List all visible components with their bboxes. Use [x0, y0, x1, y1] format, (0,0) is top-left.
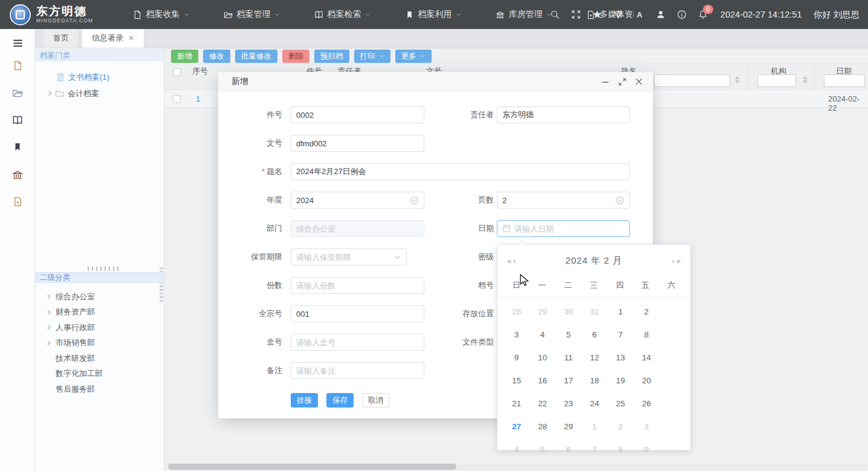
- calendar-day[interactable]: 29: [555, 415, 581, 438]
- select-all-checkbox[interactable]: [173, 68, 181, 76]
- rail-folder-icon[interactable]: [0, 88, 35, 99]
- calendar-day[interactable]: 4: [504, 438, 530, 461]
- calendar-day[interactable]: 28: [530, 415, 555, 438]
- toolbar-button-1[interactable]: 修改: [203, 50, 230, 63]
- chevron-right-icon[interactable]: [44, 324, 53, 331]
- org-filter-input[interactable]: [757, 74, 796, 87]
- toolbar-button-0[interactable]: 新增: [171, 50, 198, 63]
- calendar-day[interactable]: 8: [633, 323, 659, 346]
- calendar-day[interactable]: 19: [607, 369, 633, 392]
- font-icon[interactable]: A: [635, 10, 644, 19]
- date-input[interactable]: [514, 224, 624, 233]
- calendar-day[interactable]: 2: [633, 300, 659, 323]
- info-icon[interactable]: [677, 10, 687, 19]
- calendar-day[interactable]: 3: [633, 415, 659, 438]
- rail-bank-icon[interactable]: [0, 169, 35, 180]
- calendar-day[interactable]: 17: [555, 369, 581, 392]
- tab-close-icon[interactable]: ✕: [128, 34, 134, 42]
- fullscreen-icon[interactable]: [571, 10, 581, 19]
- calendar-day[interactable]: 5: [530, 438, 555, 461]
- save-button[interactable]: 保存: [326, 393, 354, 408]
- category-item-3[interactable]: 市场销售部: [35, 336, 164, 351]
- row-checkbox[interactable]: [173, 95, 181, 103]
- calendar-day[interactable]: 24: [581, 392, 607, 415]
- category-item-0[interactable]: 综合办公室: [35, 289, 164, 305]
- author-input[interactable]: [502, 111, 624, 120]
- tab-info-entry[interactable]: 信息著录 ✕: [82, 28, 144, 48]
- horizontal-scrollbar[interactable]: [168, 463, 866, 470]
- user-icon[interactable]: [656, 10, 666, 19]
- toolbar-button-5[interactable]: 打印: [354, 50, 390, 63]
- calendar-day[interactable]: 1: [581, 415, 607, 438]
- calendar-day[interactable]: 8: [607, 438, 633, 461]
- calendar-day[interactable]: 23: [555, 392, 581, 415]
- category-item-4[interactable]: 技术研发部: [35, 351, 164, 366]
- calendar-day[interactable]: 31: [581, 300, 607, 323]
- panel-resize-handle[interactable]: [88, 267, 121, 271]
- title-sort-icon[interactable]: [735, 76, 740, 83]
- calendar-day[interactable]: 7: [607, 323, 633, 346]
- gem-icon[interactable]: [614, 10, 623, 19]
- calendar-day[interactable]: 16: [530, 369, 555, 392]
- rail-bookmark-icon[interactable]: [0, 142, 35, 152]
- toolbar-button-4[interactable]: 预归档: [314, 50, 349, 63]
- calendar-day[interactable]: 7: [581, 438, 607, 461]
- nav-menu-item-0[interactable]: 档案收集: [116, 0, 207, 29]
- nav-menu-item-2[interactable]: 档案检索: [297, 0, 388, 29]
- calendar-day[interactable]: 21: [504, 392, 530, 415]
- calendar-day[interactable]: 13: [607, 346, 633, 369]
- box-no-input[interactable]: [296, 338, 419, 347]
- tab-home[interactable]: 首页: [44, 28, 79, 48]
- calendar-day[interactable]: 29: [530, 300, 555, 323]
- search-icon[interactable]: [550, 10, 560, 19]
- calendar-day[interactable]: 9: [633, 438, 659, 461]
- toolbar-button-6[interactable]: 更多: [395, 50, 432, 63]
- calendar-day[interactable]: 9: [504, 346, 530, 369]
- category-item-1[interactable]: 财务资产部: [35, 305, 164, 320]
- calendar-day[interactable]: 14: [633, 346, 659, 369]
- minimize-icon[interactable]: [601, 77, 610, 86]
- calendar-day[interactable]: 30: [555, 300, 581, 323]
- scrollbar-thumb[interactable]: [168, 464, 456, 470]
- calendar-day[interactable]: 10: [530, 346, 555, 369]
- calendar-day[interactable]: 26: [633, 392, 659, 415]
- calendar-day[interactable]: 28: [504, 300, 530, 323]
- calendar-day[interactable]: 3: [504, 323, 530, 346]
- calendar-day[interactable]: 12: [581, 346, 607, 369]
- prev-year-icon[interactable]: «: [507, 256, 511, 265]
- date-filter-input[interactable]: [824, 74, 865, 87]
- picker-month-title[interactable]: 2024 年 2 月: [516, 255, 672, 267]
- star-icon[interactable]: [592, 10, 602, 19]
- title-input[interactable]: [296, 167, 624, 177]
- close-icon[interactable]: [635, 77, 643, 86]
- retention-select[interactable]: [296, 253, 390, 262]
- category-item-5[interactable]: 数字化加工部: [35, 366, 164, 382]
- menu-toggle-icon[interactable]: [0, 37, 35, 49]
- nav-menu-item-1[interactable]: 档案管理: [207, 0, 297, 29]
- org-sort-icon[interactable]: [803, 76, 808, 83]
- calendar-day[interactable]: 1: [607, 300, 633, 323]
- calendar-day-today[interactable]: 27: [504, 415, 530, 438]
- pages-input[interactable]: [502, 196, 612, 205]
- chevron-down-icon[interactable]: [394, 253, 401, 261]
- chevron-right-icon[interactable]: [44, 293, 53, 300]
- calendar-day[interactable]: 2: [607, 415, 633, 438]
- category-item-2[interactable]: 人事行政部: [35, 320, 164, 336]
- toolbar-button-3[interactable]: 删除: [282, 50, 309, 63]
- calendar-day[interactable]: 25: [607, 392, 633, 415]
- rail-media-icon[interactable]: [0, 197, 35, 207]
- chevron-right-icon[interactable]: [45, 90, 54, 97]
- category-item-6[interactable]: 售后服务部: [35, 382, 164, 397]
- nav-menu-item-3[interactable]: 档案利用: [388, 0, 479, 29]
- rail-book-icon[interactable]: [0, 115, 35, 126]
- calendar-day[interactable]: 4: [530, 323, 555, 346]
- bell-icon[interactable]: 0: [698, 10, 708, 19]
- calendar-day[interactable]: 22: [530, 392, 555, 415]
- year-input[interactable]: [296, 196, 406, 205]
- calendar-day[interactable]: 15: [504, 369, 530, 392]
- calendar-day[interactable]: 11: [555, 346, 581, 369]
- calendar-day[interactable]: 6: [581, 323, 607, 346]
- doc-no-input[interactable]: [296, 139, 419, 148]
- chevron-right-icon[interactable]: [44, 340, 53, 346]
- tree-item-accounting-archive[interactable]: 会计档案: [35, 85, 164, 102]
